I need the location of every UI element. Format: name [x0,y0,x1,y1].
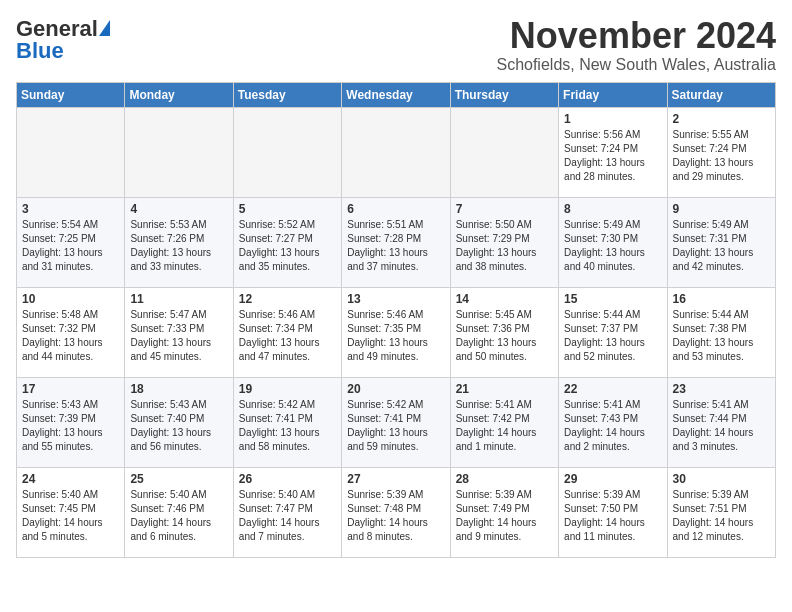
calendar-day-header: Sunday [17,82,125,107]
calendar-week-row: 17Sunrise: 5:43 AMSunset: 7:39 PMDayligh… [17,377,776,467]
calendar-cell [125,107,233,197]
calendar-cell: 12Sunrise: 5:46 AMSunset: 7:34 PMDayligh… [233,287,341,377]
calendar-week-row: 1Sunrise: 5:56 AMSunset: 7:24 PMDaylight… [17,107,776,197]
calendar-day-header: Saturday [667,82,775,107]
calendar-cell: 22Sunrise: 5:41 AMSunset: 7:43 PMDayligh… [559,377,667,467]
day-number: 25 [130,472,227,486]
day-number: 11 [130,292,227,306]
calendar-cell [17,107,125,197]
day-info: Sunrise: 5:39 AMSunset: 7:51 PMDaylight:… [673,488,770,544]
day-number: 17 [22,382,119,396]
calendar-cell: 29Sunrise: 5:39 AMSunset: 7:50 PMDayligh… [559,467,667,557]
day-number: 6 [347,202,444,216]
calendar-cell: 28Sunrise: 5:39 AMSunset: 7:49 PMDayligh… [450,467,558,557]
day-number: 21 [456,382,553,396]
day-info: Sunrise: 5:49 AMSunset: 7:30 PMDaylight:… [564,218,661,274]
day-number: 12 [239,292,336,306]
day-info: Sunrise: 5:42 AMSunset: 7:41 PMDaylight:… [239,398,336,454]
day-number: 15 [564,292,661,306]
calendar-cell [450,107,558,197]
day-info: Sunrise: 5:54 AMSunset: 7:25 PMDaylight:… [22,218,119,274]
day-number: 7 [456,202,553,216]
day-number: 14 [456,292,553,306]
calendar-cell: 11Sunrise: 5:47 AMSunset: 7:33 PMDayligh… [125,287,233,377]
calendar-table: SundayMondayTuesdayWednesdayThursdayFrid… [16,82,776,558]
day-number: 5 [239,202,336,216]
day-number: 4 [130,202,227,216]
day-info: Sunrise: 5:41 AMSunset: 7:43 PMDaylight:… [564,398,661,454]
calendar-cell: 30Sunrise: 5:39 AMSunset: 7:51 PMDayligh… [667,467,775,557]
calendar-cell: 24Sunrise: 5:40 AMSunset: 7:45 PMDayligh… [17,467,125,557]
day-number: 19 [239,382,336,396]
page-header: General Blue November 2024 Schofields, N… [16,16,776,74]
day-info: Sunrise: 5:42 AMSunset: 7:41 PMDaylight:… [347,398,444,454]
calendar-week-row: 24Sunrise: 5:40 AMSunset: 7:45 PMDayligh… [17,467,776,557]
calendar-cell: 7Sunrise: 5:50 AMSunset: 7:29 PMDaylight… [450,197,558,287]
calendar-cell: 17Sunrise: 5:43 AMSunset: 7:39 PMDayligh… [17,377,125,467]
day-number: 3 [22,202,119,216]
day-number: 30 [673,472,770,486]
day-info: Sunrise: 5:46 AMSunset: 7:34 PMDaylight:… [239,308,336,364]
month-title: November 2024 [496,16,776,56]
day-info: Sunrise: 5:45 AMSunset: 7:36 PMDaylight:… [456,308,553,364]
location: Schofields, New South Wales, Australia [496,56,776,74]
calendar-header-row: SundayMondayTuesdayWednesdayThursdayFrid… [17,82,776,107]
calendar-cell: 26Sunrise: 5:40 AMSunset: 7:47 PMDayligh… [233,467,341,557]
day-info: Sunrise: 5:39 AMSunset: 7:49 PMDaylight:… [456,488,553,544]
calendar-cell: 5Sunrise: 5:52 AMSunset: 7:27 PMDaylight… [233,197,341,287]
calendar-cell: 8Sunrise: 5:49 AMSunset: 7:30 PMDaylight… [559,197,667,287]
day-info: Sunrise: 5:44 AMSunset: 7:37 PMDaylight:… [564,308,661,364]
day-number: 18 [130,382,227,396]
calendar-cell: 3Sunrise: 5:54 AMSunset: 7:25 PMDaylight… [17,197,125,287]
day-info: Sunrise: 5:43 AMSunset: 7:40 PMDaylight:… [130,398,227,454]
day-number: 24 [22,472,119,486]
day-info: Sunrise: 5:39 AMSunset: 7:50 PMDaylight:… [564,488,661,544]
day-info: Sunrise: 5:41 AMSunset: 7:42 PMDaylight:… [456,398,553,454]
calendar-cell: 6Sunrise: 5:51 AMSunset: 7:28 PMDaylight… [342,197,450,287]
calendar-week-row: 10Sunrise: 5:48 AMSunset: 7:32 PMDayligh… [17,287,776,377]
logo-triangle-icon [99,20,110,36]
day-info: Sunrise: 5:39 AMSunset: 7:48 PMDaylight:… [347,488,444,544]
day-number: 22 [564,382,661,396]
calendar-cell: 2Sunrise: 5:55 AMSunset: 7:24 PMDaylight… [667,107,775,197]
day-info: Sunrise: 5:40 AMSunset: 7:47 PMDaylight:… [239,488,336,544]
calendar-cell: 4Sunrise: 5:53 AMSunset: 7:26 PMDaylight… [125,197,233,287]
calendar-cell: 10Sunrise: 5:48 AMSunset: 7:32 PMDayligh… [17,287,125,377]
calendar-cell: 1Sunrise: 5:56 AMSunset: 7:24 PMDaylight… [559,107,667,197]
calendar-day-header: Monday [125,82,233,107]
day-number: 9 [673,202,770,216]
day-number: 27 [347,472,444,486]
calendar-cell [342,107,450,197]
day-number: 10 [22,292,119,306]
title-area: November 2024 Schofields, New South Wale… [496,16,776,74]
day-info: Sunrise: 5:53 AMSunset: 7:26 PMDaylight:… [130,218,227,274]
day-info: Sunrise: 5:56 AMSunset: 7:24 PMDaylight:… [564,128,661,184]
calendar-day-header: Thursday [450,82,558,107]
calendar-cell: 25Sunrise: 5:40 AMSunset: 7:46 PMDayligh… [125,467,233,557]
calendar-cell: 18Sunrise: 5:43 AMSunset: 7:40 PMDayligh… [125,377,233,467]
day-info: Sunrise: 5:52 AMSunset: 7:27 PMDaylight:… [239,218,336,274]
day-number: 29 [564,472,661,486]
day-info: Sunrise: 5:44 AMSunset: 7:38 PMDaylight:… [673,308,770,364]
calendar-cell: 15Sunrise: 5:44 AMSunset: 7:37 PMDayligh… [559,287,667,377]
calendar-day-header: Tuesday [233,82,341,107]
calendar-cell: 23Sunrise: 5:41 AMSunset: 7:44 PMDayligh… [667,377,775,467]
day-info: Sunrise: 5:48 AMSunset: 7:32 PMDaylight:… [22,308,119,364]
calendar-cell: 21Sunrise: 5:41 AMSunset: 7:42 PMDayligh… [450,377,558,467]
day-number: 26 [239,472,336,486]
day-number: 8 [564,202,661,216]
calendar-cell [233,107,341,197]
calendar-cell: 14Sunrise: 5:45 AMSunset: 7:36 PMDayligh… [450,287,558,377]
calendar-day-header: Friday [559,82,667,107]
calendar-cell: 13Sunrise: 5:46 AMSunset: 7:35 PMDayligh… [342,287,450,377]
day-number: 28 [456,472,553,486]
day-info: Sunrise: 5:51 AMSunset: 7:28 PMDaylight:… [347,218,444,274]
day-number: 2 [673,112,770,126]
day-info: Sunrise: 5:50 AMSunset: 7:29 PMDaylight:… [456,218,553,274]
day-info: Sunrise: 5:46 AMSunset: 7:35 PMDaylight:… [347,308,444,364]
day-number: 13 [347,292,444,306]
logo-blue: Blue [16,38,64,64]
day-number: 23 [673,382,770,396]
day-info: Sunrise: 5:47 AMSunset: 7:33 PMDaylight:… [130,308,227,364]
day-info: Sunrise: 5:40 AMSunset: 7:45 PMDaylight:… [22,488,119,544]
